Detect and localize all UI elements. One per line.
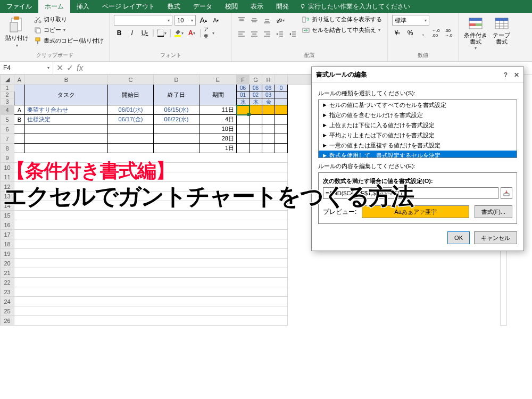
cell-F5[interactable] [237, 115, 250, 124]
align-left-button[interactable] [236, 29, 247, 39]
col-header-D[interactable]: D [154, 75, 200, 85]
col-header-H[interactable]: H [262, 75, 275, 85]
cell-task-header[interactable]: タスク [25, 85, 108, 105]
row-header-12[interactable]: 12 [1, 182, 14, 192]
cell-G4[interactable] [250, 105, 262, 115]
help-icon[interactable]: ? [504, 71, 508, 79]
rule-type-3[interactable]: ► 平均より上または下の値だけを書式設定 [319, 130, 517, 140]
cell-I2[interactable] [275, 92, 288, 98]
align-center-button[interactable] [249, 29, 260, 39]
row-header-25[interactable]: 25 [1, 306, 14, 316]
align-bottom-button[interactable] [262, 15, 272, 26]
rule-type-0[interactable]: ► セルの値に基づいてすべてのセルを書式設定 [319, 100, 517, 110]
borders-button[interactable]: ▾ [156, 28, 167, 38]
cell-end-header[interactable]: 終了日 [154, 85, 200, 105]
tab-review[interactable]: 校閲 [219, 0, 244, 13]
rule-type-1[interactable]: ► 指定の値を含むセルだけを書式設定 [319, 110, 517, 120]
col-header-I[interactable] [275, 75, 288, 85]
row-header-23[interactable]: 23 [1, 287, 14, 297]
cell-D6[interactable] [154, 124, 200, 134]
row-header-20[interactable]: 20 [1, 259, 14, 268]
cell-D4[interactable]: 06/15(水) [154, 105, 200, 115]
row-header-21[interactable]: 21 [1, 268, 14, 278]
tab-developer[interactable]: 開発 [270, 0, 295, 13]
formula-input-field[interactable] [323, 187, 498, 199]
phonetic-button[interactable]: ア亜▾ [204, 28, 214, 38]
merge-center-button[interactable]: セルを結合して中央揃え▾ [301, 26, 383, 35]
tab-formulas[interactable]: 数式 [161, 0, 187, 13]
ok-button[interactable]: OK [447, 231, 470, 244]
row-header-10[interactable]: 10 [1, 163, 14, 172]
row-header-14[interactable]: 14 [1, 201, 14, 211]
font-color-button[interactable]: A▾ [186, 28, 197, 38]
row-header-24[interactable]: 24 [1, 297, 14, 306]
font-name-combo[interactable]: ▾ [114, 15, 172, 26]
cell-C4[interactable]: 06/01(水) [108, 105, 154, 115]
rule-type-list[interactable]: ► セルの値に基づいてすべてのセルを書式設定 ► 指定の値を含むセルだけを書式設… [318, 99, 517, 158]
format-as-table-button[interactable]: テーブ 書式 [492, 15, 511, 46]
dialog-titlebar[interactable]: 書式ルールの編集 ? ✕ [312, 67, 523, 83]
tab-data[interactable]: データ [187, 0, 219, 13]
cell-E6[interactable]: 10日 [200, 124, 237, 134]
cell-E5[interactable]: 4日 [200, 115, 237, 124]
cell-H3[interactable]: 金 [262, 98, 275, 105]
copy-button[interactable]: コピー▾ [33, 26, 105, 35]
number-format-combo[interactable]: 標準▾ [392, 15, 429, 26]
row-header-1[interactable]: 1 [1, 85, 14, 92]
cell-A6[interactable] [14, 124, 25, 134]
cell-B4[interactable]: 要望すり合わせ [25, 105, 108, 115]
format-painter-button[interactable]: 書式のコピー/貼り付け [33, 36, 105, 45]
cell-H4[interactable] [262, 105, 275, 115]
cell-H2[interactable]: 03 [262, 92, 275, 98]
comma-button[interactable]: , [418, 28, 428, 38]
name-box[interactable]: F4▾ [0, 62, 53, 74]
row-header-13[interactable]: 13 [1, 192, 14, 201]
cell-G1[interactable]: 06 [250, 85, 262, 92]
align-right-button[interactable] [262, 29, 272, 39]
cell-A5[interactable]: B [14, 115, 25, 124]
enter-formula-icon[interactable]: ✓ [66, 63, 73, 73]
row-header-2[interactable]: 2 [1, 92, 14, 98]
row-header-5[interactable]: 5 [1, 115, 14, 124]
rule-type-2[interactable]: ► 上位または下位に入る値だけを書式設定 [319, 120, 517, 130]
tab-view[interactable]: 表示 [244, 0, 270, 13]
cell-I5[interactable] [275, 115, 288, 124]
tell-me-search[interactable]: 実行したい作業を入力してください [300, 0, 410, 13]
shrink-font-button[interactable]: A▾ [211, 15, 221, 26]
cell-C5[interactable]: 06/17(金) [108, 115, 154, 124]
cell-I1[interactable]: 0 [275, 85, 288, 92]
tab-home[interactable]: ホーム [38, 0, 70, 13]
grow-font-button[interactable]: A▴ [198, 15, 209, 26]
cell-I3[interactable] [275, 98, 288, 105]
row-header-6[interactable]: 6 [1, 124, 14, 134]
collapse-dialog-button[interactable] [501, 187, 512, 199]
row-header-4[interactable]: 4 [1, 105, 14, 115]
underline-button[interactable]: U▾ [139, 28, 150, 38]
cell-G2[interactable]: 02 [250, 92, 262, 98]
cell-B6[interactable] [25, 124, 108, 134]
format-button[interactable]: 書式(F)... [475, 205, 512, 218]
rule-type-4[interactable]: ► 一意の値または重複する値だけを書式設定 [319, 140, 517, 151]
cell-B5[interactable]: 仕様決定 [25, 115, 108, 124]
fill-handle[interactable] [247, 113, 251, 116]
cell-H1[interactable]: 06 [262, 85, 275, 92]
currency-button[interactable]: ¥▾ [392, 28, 403, 38]
col-header-E[interactable]: E [200, 75, 237, 85]
row-header-7[interactable]: 7 [1, 134, 14, 144]
tab-file[interactable]: ファイル [0, 0, 38, 13]
row-header-18[interactable]: 18 [1, 239, 14, 249]
align-top-button[interactable] [236, 15, 247, 26]
cancel-button[interactable]: キャンセル [474, 231, 517, 244]
cell-start-header[interactable]: 開始日 [108, 85, 154, 105]
cancel-formula-icon[interactable]: ✕ [56, 63, 63, 73]
fill-color-button[interactable]: ▾ [173, 28, 184, 38]
row-header-11[interactable]: 11 [1, 172, 14, 182]
cell-period-header[interactable]: 期間 [200, 85, 237, 105]
cell-I4[interactable] [275, 105, 288, 115]
row-header-16[interactable]: 16 [1, 220, 14, 230]
cell-F4[interactable] [237, 105, 250, 115]
conditional-formatting-button[interactable]: 条件付き 書式▾ [463, 15, 488, 52]
row-header-3[interactable]: 3 [1, 98, 14, 105]
cell-G3[interactable]: 木 [250, 98, 262, 105]
percent-button[interactable]: % [405, 28, 415, 38]
